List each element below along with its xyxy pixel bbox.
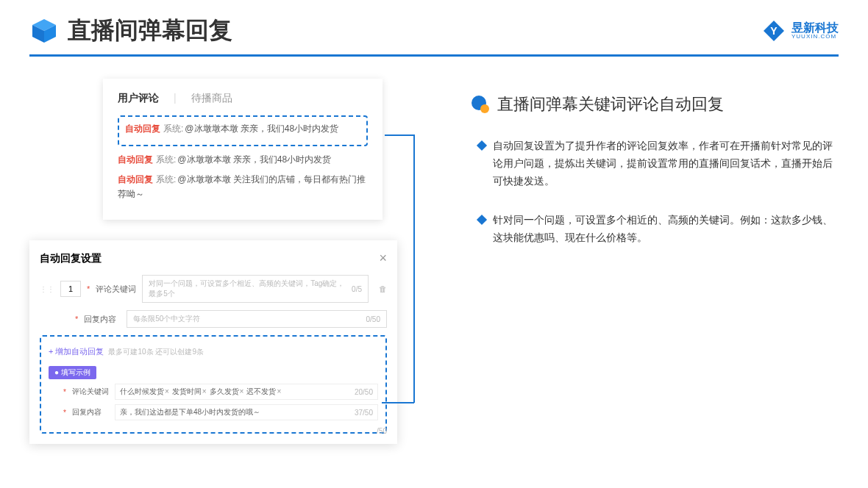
message-text: @冰墩墩本墩 亲亲，我们48小时内发货 [177, 154, 331, 165]
screenshot-area: 用户评论 | 待播商品 自动回复系统:@冰墩墩本墩 亲亲，我们48小时内发货 自… [29, 79, 441, 446]
highlighted-message: 自动回复系统:@冰墩墩本墩 亲亲，我们48小时内发货 [118, 115, 368, 146]
settings-title: 自动回复设置 [40, 252, 102, 265]
drag-handle-icon[interactable]: ⋮⋮ [40, 285, 54, 293]
char-count: 20/50 [355, 388, 373, 396]
tab-user-comments[interactable]: 用户评论 [118, 92, 159, 105]
content-label: 回复内容 [84, 314, 121, 325]
bullet-text: 自动回复设置为了提升作者的评论回复效率，作者可在开播前针对常见的评论用户问题，提… [493, 137, 839, 190]
diamond-icon [477, 140, 487, 151]
char-count: 0/50 [366, 315, 380, 323]
auto-reply-tag: 自动回复 [118, 154, 153, 165]
auto-reply-tag: 自动回复 [125, 123, 160, 134]
example-keyword-input[interactable]: 什么时候发货×发货时间×多久发货×迟不发货× 20/50 [115, 384, 378, 400]
brand-icon: Y [762, 19, 786, 43]
settings-panel: 自动回复设置 × ⋮⋮ 1 * 评论关键词 对同一个问题，可设置多个相近、高频的… [29, 240, 397, 444]
example-badge: ● 填写示例 [49, 366, 96, 379]
bullet-text: 针对同一个问题，可设置多个相近的、高频的关键词。例如：这款多少钱、这块能优惠吗、… [493, 212, 839, 247]
char-count: 37/50 [355, 409, 373, 417]
example-section: + 增加自动回复最多可建10条 还可以创建9条 ● 填写示例 * 评论关键词 什… [40, 335, 387, 434]
keyword-input[interactable]: 对同一个问题，可设置多个相近、高频的关键词，Tag确定，最多5个0/5 [142, 275, 369, 303]
example-keyword-label: 评论关键词 [72, 387, 109, 397]
diamond-icon [477, 215, 487, 225]
page-title: 直播间弹幕回复 [68, 15, 232, 47]
system-tag: 系统: [163, 123, 183, 134]
comment-panel: 用户评论 | 待播商品 自动回复系统:@冰墩墩本墩 亲亲，我们48小时内发货 自… [103, 79, 383, 220]
message-text: @冰墩墩本墩 亲亲，我们48小时内发货 [185, 123, 338, 134]
example-content-label: 回复内容 [72, 407, 109, 417]
system-tag: 系统: [156, 174, 176, 184]
required-mark: * [75, 315, 78, 323]
connector-line [413, 134, 415, 403]
delete-icon[interactable]: 🗑 [379, 284, 387, 293]
message-text: @冰墩墩本墩 关注我们的店铺，每日都有热门推荐呦～ [118, 174, 366, 199]
brand-logo: Y 昱新科技 YUUXIN.COM [762, 19, 839, 43]
row-number: 1 [60, 281, 81, 297]
connector-line [382, 402, 414, 403]
required-mark: * [63, 409, 66, 417]
bottom-count: /50 [377, 427, 387, 435]
close-icon[interactable]: × [379, 251, 387, 266]
required-mark: * [87, 284, 90, 293]
system-tag: 系统: [156, 154, 176, 165]
chat-bubble-icon [471, 95, 490, 114]
tag-list: 什么时候发货×发货时间×多久发货×迟不发货× [120, 387, 284, 397]
svg-point-6 [480, 104, 489, 113]
bullet-item: 自动回复设置为了提升作者的评论回复效率，作者可在开播前针对常见的评论用户问题，提… [478, 137, 839, 190]
cube-icon [29, 16, 59, 46]
section-subtitle: 直播间弹幕关键词评论自动回复 [497, 93, 724, 115]
tab-pending-goods[interactable]: 待播商品 [191, 92, 232, 105]
brand-name-cn: 昱新科技 [791, 22, 839, 34]
bullet-item: 针对同一个问题，可设置多个相近的、高频的关键词。例如：这款多少钱、这块能优惠吗、… [478, 212, 839, 247]
connector-line [385, 134, 414, 136]
title-wrap: 直播间弹幕回复 [29, 15, 232, 47]
add-auto-reply-link[interactable]: + 增加自动回复 [49, 347, 104, 356]
char-count: 0/5 [352, 285, 362, 293]
keyword-label: 评论关键词 [96, 284, 136, 295]
add-hint: 最多可建10条 还可以创建9条 [108, 348, 203, 356]
auto-reply-tag: 自动回复 [118, 174, 153, 184]
description-area: 直播间弹幕关键词评论自动回复 自动回复设置为了提升作者的评论回复效率，作者可在开… [471, 79, 839, 446]
required-mark: * [63, 388, 66, 396]
brand-name-en: YUUXIN.COM [791, 34, 839, 40]
tab-separator: | [174, 92, 177, 105]
svg-text:Y: Y [770, 25, 778, 37]
header: 直播间弹幕回复 Y 昱新科技 YUUXIN.COM [0, 0, 868, 54]
content-input[interactable]: 每条限50个中文字符0/50 [127, 310, 387, 328]
example-content-input[interactable]: 亲，我们这边都是下单48小时内发货的哦～37/50 [115, 404, 378, 420]
